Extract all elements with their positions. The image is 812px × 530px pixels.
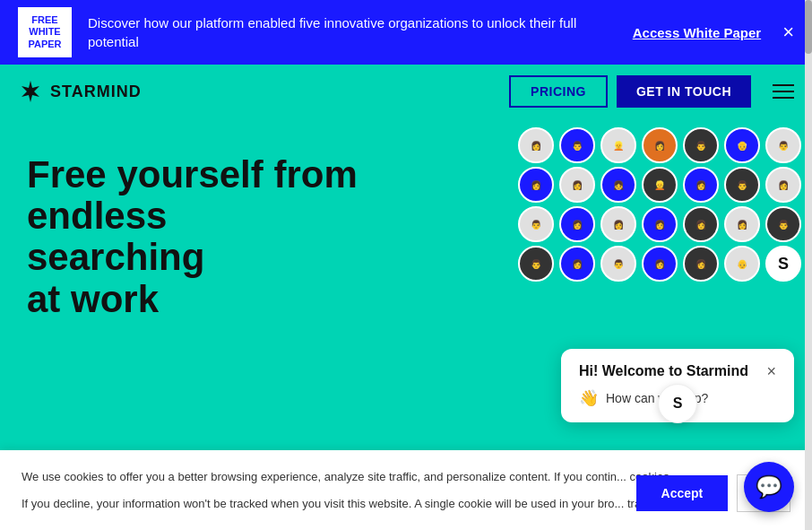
headline-line2: searching (27, 236, 204, 278)
badge-line3: PAPER (28, 39, 61, 49)
logo-text: STARMIND (50, 83, 142, 101)
avatar-22: 👨 (518, 246, 554, 282)
chat-close-button[interactable]: × (766, 363, 776, 379)
avatar-27: 👴 (724, 246, 760, 282)
avatar-logo-s: S (765, 246, 801, 282)
hero-headline: Free yourself from endless searching at … (27, 154, 439, 320)
avatar-3: 👱 (600, 127, 636, 163)
avatar-20: 👩 (724, 206, 760, 242)
chat-open-button[interactable]: 💬 (744, 462, 794, 512)
starmind-logo-icon (18, 79, 43, 104)
chat-logo-badge: S (658, 384, 697, 423)
logo[interactable]: STARMIND (18, 79, 509, 104)
banner-close-button[interactable]: × (782, 22, 794, 42)
avatar-7: 👨 (765, 127, 801, 163)
avatar-8: 👩 (518, 167, 554, 203)
avatar-26: 👩 (683, 246, 719, 282)
avatar-23: 👩 (559, 246, 595, 282)
access-white-paper-link[interactable]: Access White Paper (633, 25, 761, 40)
avatar-12: 👩 (683, 167, 719, 203)
avatar-11: 👱 (642, 167, 678, 203)
chat-widget: Hi! Welcome to Starmind × 👋 How can we h… (561, 349, 794, 422)
chat-header: Hi! Welcome to Starmind × (579, 363, 776, 379)
avatar-24: 👨 (600, 246, 636, 282)
nav-buttons: PRICING GET IN TOUCH (509, 75, 794, 108)
chat-title: Hi! Welcome to Starmind (579, 363, 748, 379)
chat-bubble-icon: 💬 (756, 474, 782, 500)
white-paper-badge: FREE WHITE PAPER (18, 7, 72, 57)
banner-description: Discover how our platform enabled five i… (88, 13, 611, 51)
avatar-4: 👩 (642, 127, 678, 163)
avatar-17: 👩 (600, 206, 636, 242)
avatar-6: 👴 (724, 127, 760, 163)
hero-text: Free yourself from endless searching at … (27, 154, 439, 329)
avatar-grid: 👩 👨 👱 👩 👨 👴 👨 👩 👩 👧 👱 👩 👨 👩 👨 👩 👩 👩 👩 👩 … (518, 127, 803, 282)
avatar-2: 👨 (559, 127, 595, 163)
scrollbar-thumb[interactable] (805, 0, 812, 54)
avatar-1: 👩 (518, 127, 554, 163)
avatar-14: 👩 (765, 167, 801, 203)
hamburger-menu[interactable] (773, 84, 794, 99)
top-banner: FREE WHITE PAPER Discover how our platfo… (0, 0, 812, 65)
avatar-19: 👩 (683, 206, 719, 242)
badge-line2: WHITE (29, 26, 60, 37)
cookie-banner: We use cookies to offer you a better bro… (0, 450, 812, 530)
avatar-15: 👨 (518, 206, 554, 242)
headline-line1: Free yourself from endless (27, 153, 358, 237)
avatar-21: 👨 (765, 206, 801, 242)
pricing-button[interactable]: PRICING (509, 75, 608, 108)
hamburger-line-3 (773, 97, 794, 99)
hamburger-line-2 (773, 91, 794, 92)
scrollbar[interactable] (805, 0, 812, 530)
headline-line3: at work (27, 278, 159, 320)
accept-cookies-button[interactable]: Accept (636, 475, 729, 511)
get-in-touch-button[interactable]: GET IN TOUCH (617, 75, 751, 108)
hamburger-line-1 (773, 84, 794, 86)
avatar-13: 👨 (724, 167, 760, 203)
avatar-25: 👩 (642, 246, 678, 282)
navbar: STARMIND PRICING GET IN TOUCH (0, 65, 812, 118)
avatar-9: 👩 (559, 167, 595, 203)
avatar-18: 👩 (642, 206, 678, 242)
avatar-10: 👧 (600, 167, 636, 203)
badge-line1: FREE (31, 14, 57, 25)
avatar-16: 👩 (559, 206, 595, 242)
avatar-5: 👨 (683, 127, 719, 163)
chat-emoji: 👋 (579, 388, 599, 408)
